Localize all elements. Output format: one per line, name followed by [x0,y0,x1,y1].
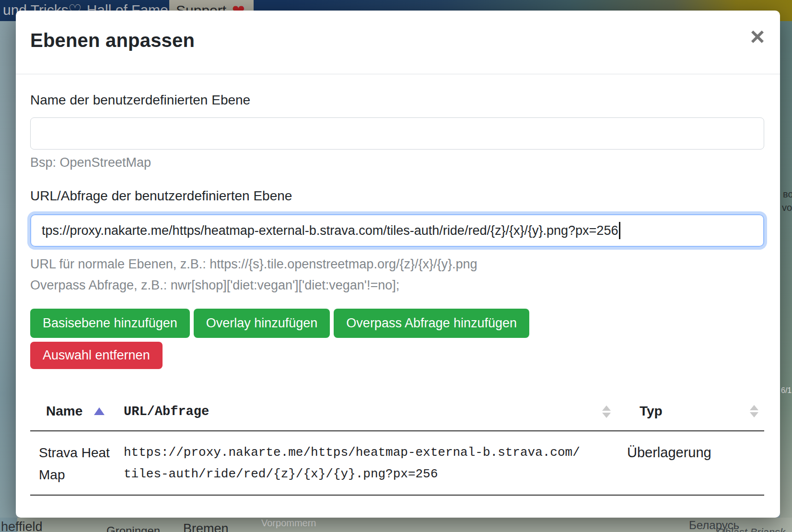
map-background-right: во vo 6/1 [780,21,792,532]
add-base-layer-button[interactable]: Basisebene hinzufügen [30,309,190,338]
layer-name-hint: Bsp: OpenStreetMap [30,155,766,170]
customize-layers-dialog: Ebenen anpassen × Name der benutzerdefin… [16,11,780,518]
add-overpass-button[interactable]: Overpass Abfrage hinzufügen [334,309,529,338]
column-label: Typ [640,404,663,419]
column-label: Name [46,404,82,419]
map-tile-label: 6/1 [781,386,792,395]
layer-url-label: URL/Abfrage der benutzerdefinierten Eben… [30,188,766,204]
layer-url-text: https://proxy.nakarte.me/https/heatmap-e… [124,442,583,485]
layers-table: Name URL/Abfrage Typ Strava Heat Map ht [30,383,764,496]
layer-name-label: Name der benutzerdefinierten Ebene [30,93,766,108]
column-header-typ[interactable]: Typ [617,404,764,419]
map-label-bremen: Bremen [183,521,229,532]
url-example-hint: URL für normale Ebenen, z.B.: https://{s… [30,254,766,275]
layer-url-value: tps://proxy.nakarte.me/https/heatmap-ext… [42,223,618,238]
close-button[interactable]: × [750,24,765,49]
sort-ascending-icon [94,407,105,415]
dialog-header: Ebenen anpassen × [16,11,780,74]
overpass-example-hint: Overpass Abfrage, z.B.: nwr[shop]['diet:… [30,275,766,296]
layer-url-input[interactable]: tps://proxy.nakarte.me/https/heatmap-ext… [30,214,764,247]
map-background-bottom: heffield Groningen Bremen Vorpommern Бел… [0,518,792,532]
map-label-brjansk: Oblast Brjansk [717,526,785,532]
map-label-groningen: Groningen [106,524,160,532]
table-row[interactable]: Strava Heat Map https://proxy.nakarte.me… [30,431,764,496]
add-overlay-button[interactable]: Overlay hinzufügen [194,309,330,338]
map-label-vorpommern: Vorpommern [261,518,316,529]
remove-selection-button[interactable]: Auswahl entfernen [30,342,163,369]
map-label: во [783,189,792,200]
column-header-name[interactable]: Name [30,404,118,419]
dialog-body: Name der benutzerdefinierten Ebene Bsp: … [16,93,780,496]
layer-name-cell: Strava Heat Map [30,442,118,486]
layer-typ-cell: Überlagerung [617,442,764,486]
column-label: URL/Abfrage [124,405,209,419]
sort-both-icon [602,405,611,418]
dialog-title: Ebenen anpassen [30,30,766,51]
sort-both-icon [750,405,758,417]
text-cursor [619,222,620,239]
map-background-left [0,21,16,518]
table-header-row: Name URL/Abfrage Typ [30,383,764,431]
map-label: vo [782,202,792,213]
layer-name-input[interactable] [30,117,764,150]
layer-url-cell: https://proxy.nakarte.me/https/heatmap-e… [118,442,617,486]
map-label-sheffield: heffield [1,520,43,532]
column-header-url[interactable]: URL/Abfrage [118,405,617,419]
